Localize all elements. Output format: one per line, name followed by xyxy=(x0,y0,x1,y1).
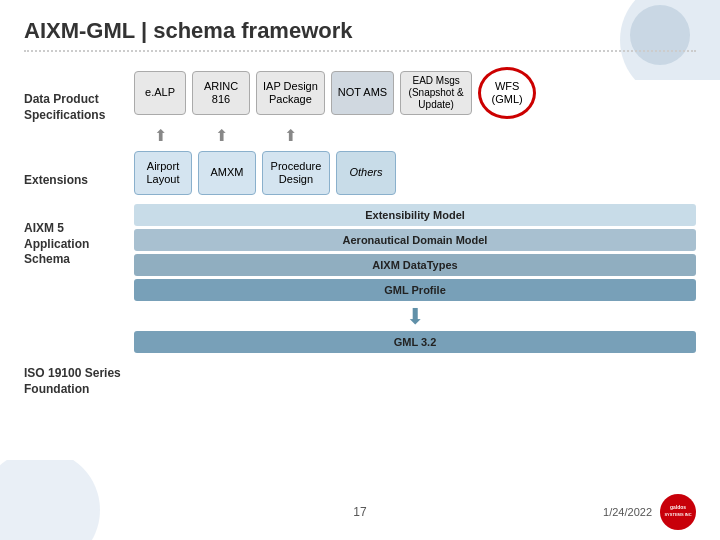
notams-box: NOT AMS xyxy=(331,71,394,115)
footer: 17 1/24/2022 galdos SYSTEMS INC xyxy=(24,494,696,530)
data-product-row: e.ALP ARINC816 IAP DesignPackage NOT AMS… xyxy=(134,68,696,118)
svg-text:galdos: galdos xyxy=(670,504,686,510)
iap-box: IAP DesignPackage xyxy=(256,71,325,115)
label-data-product: Data ProductSpecifications xyxy=(24,68,124,148)
wfs-box: WFS(GML) xyxy=(478,67,536,119)
procedure-design-box: ProcedureDesign xyxy=(262,151,330,195)
gmlprofile-block: GML Profile xyxy=(134,279,696,301)
ealp-box: e.ALP xyxy=(134,71,186,115)
galdos-logo-circle: galdos SYSTEMS INC xyxy=(660,494,696,530)
arrow-iap: ⬆ xyxy=(256,126,324,145)
footer-page-number: 17 xyxy=(248,505,472,519)
aeronautical-domain-block: Aeronautical Domain Model xyxy=(134,229,696,251)
footer-date: 1/24/2022 xyxy=(603,506,652,518)
label-aixm5: AIXM 5ApplicationSchema xyxy=(24,213,124,333)
svg-text:SYSTEMS INC: SYSTEMS INC xyxy=(664,512,691,517)
arrow-ealp: ⬆ xyxy=(134,126,186,145)
page-title: AIXM-GML | schema framework xyxy=(24,18,696,52)
arrow-arinc: ⬆ xyxy=(192,126,250,145)
big-arrow-down: ⬇ xyxy=(134,305,696,329)
datatypes-block: AIXM DataTypes xyxy=(134,254,696,276)
label-extensions: Extensions xyxy=(24,148,124,213)
amxm-box: AMXM xyxy=(198,151,256,195)
label-iso: ISO 19100 SeriesFoundation xyxy=(24,361,124,403)
airport-layout-box: AirportLayout xyxy=(134,151,192,195)
others-box: Others xyxy=(336,151,396,195)
footer-logo: galdos SYSTEMS INC xyxy=(660,494,696,530)
ead-box: EAD Msgs(Snapshot &Update) xyxy=(400,71,472,115)
extensions-row: AirportLayout AMXM ProcedureDesign Other… xyxy=(134,148,696,198)
extensibility-model-block: Extensibility Model xyxy=(134,204,696,226)
aixm-section: Extensibility Model Aeronautical Domain … xyxy=(134,204,696,301)
gml-block: GML 3.2 xyxy=(134,331,696,353)
arinc-box: ARINC816 xyxy=(192,71,250,115)
arrows-row: ⬆ ⬆ ⬆ xyxy=(134,124,696,146)
